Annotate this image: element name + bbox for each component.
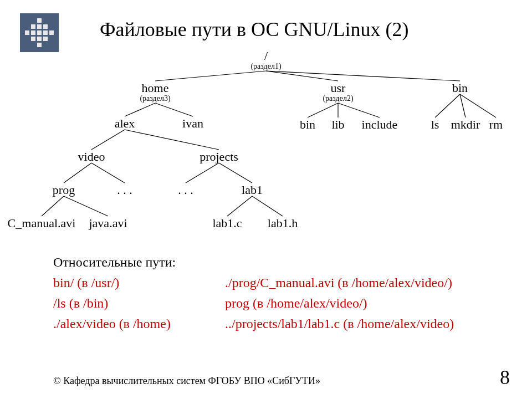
path-example: ./alex/video (в /home) [53,316,214,331]
tree-node-prog: prog [53,183,75,197]
tree-node-lab1: lab1 [242,183,263,197]
svg-line-24 [91,130,125,150]
tree-node-usr_bin: bin [300,117,315,132]
svg-rect-4 [31,24,35,29]
path-example: bin/ (в /usr/) [53,275,214,290]
svg-line-31 [64,196,108,216]
copyright-footer: © Кафедра вычислительных систем ФГОБУ ВП… [53,375,320,387]
tree-node-cmanual: C_manual.avi [8,216,76,231]
tree-node-usr_include: include [362,117,398,132]
svg-line-14 [266,71,338,81]
slide: Файловые пути в ОС GNU/Linux (2) /(разде… [0,0,532,399]
tree-node-root: /(раздел1) [250,49,281,71]
tree-node-java: java.avi [89,216,127,231]
tree-node-rm: rm [489,117,503,132]
svg-line-13 [155,71,266,81]
svg-rect-8 [37,30,42,35]
svg-line-28 [186,163,219,183]
svg-rect-12 [43,30,48,35]
tree-node-alex: alex [115,116,135,131]
tree-node-dots1: . . . [117,183,132,197]
tree-node-ivan: ivan [182,116,203,131]
svg-rect-2 [25,30,29,35]
tree-node-projects: projects [200,150,238,164]
svg-rect-10 [37,37,42,41]
path-example: prog (в /home/alex/video/) [225,296,454,311]
svg-rect-0 [37,18,42,23]
path-example: /ls (в /bin) [53,296,214,311]
tree-node-mkdir: mkdir [451,117,480,132]
filesystem-tree: /(раздел1)home(раздел3)usr(раздел2)binal… [0,49,532,248]
tree-node-lab1c: lab1.c [212,216,242,231]
svg-rect-7 [43,37,48,41]
svg-line-30 [42,196,64,216]
svg-line-26 [64,163,91,183]
tree-node-bin_top: bin [452,81,468,95]
slide-title: Файловые пути в ОС GNU/Linux (2) [100,18,409,41]
svg-line-20 [338,103,380,117]
path-example: ./prog/C_manual.avi (в /home/alex/video/… [225,275,454,290]
svg-line-17 [155,103,193,116]
tree-node-usr_lib: lib [331,117,344,132]
svg-line-22 [460,94,466,117]
svg-line-16 [125,103,155,116]
svg-line-32 [227,196,252,216]
svg-rect-9 [37,24,42,29]
tree-node-dots2: . . . [178,183,193,197]
tree-node-lab1h: lab1.h [268,216,298,231]
svg-rect-6 [31,37,35,41]
path-example: ../projects/lab1/lab1.c (в /home/alex/vi… [225,316,454,331]
svg-rect-11 [31,30,35,35]
svg-line-21 [435,94,460,117]
svg-line-23 [460,94,496,117]
tree-node-home: home(раздел3) [140,81,170,103]
svg-line-25 [125,130,219,150]
svg-line-27 [91,163,125,183]
svg-rect-1 [37,43,42,47]
tree-node-ls: ls [431,117,439,132]
svg-line-33 [252,196,283,216]
svg-line-29 [219,163,252,183]
tree-node-video: video [78,150,105,164]
svg-rect-5 [43,24,48,29]
relative-paths-block: Относительные пути: bin/ (в /usr/)./prog… [53,255,454,331]
svg-line-18 [308,103,338,117]
dept-logo [20,13,59,52]
tree-node-usr: usr(раздел2) [323,81,353,103]
page-number: 8 [500,366,510,389]
svg-rect-3 [49,30,54,35]
svg-line-15 [266,71,460,81]
paths-heading: Относительные пути: [53,255,454,270]
